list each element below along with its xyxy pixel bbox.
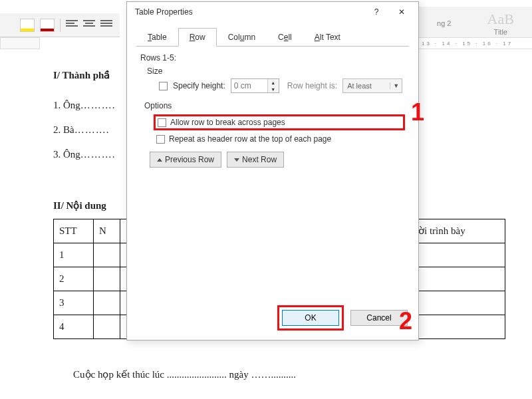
previous-row-button[interactable]: Previous Row: [150, 152, 221, 168]
align-options-icon[interactable]: [100, 20, 112, 31]
rows-range-label: Rows 1-5:: [140, 53, 405, 63]
tab-column[interactable]: Column: [217, 28, 267, 47]
ok-button[interactable]: OK: [282, 310, 339, 326]
repeat-header-checkbox[interactable]: [156, 135, 165, 144]
spinner-down-icon[interactable]: ▼: [268, 86, 279, 92]
chevron-down-icon: ▼: [390, 82, 402, 89]
align-left-icon[interactable]: [66, 20, 78, 31]
repeat-header-option: Repeat as header row at the top of each …: [156, 134, 405, 144]
allow-break-option: Allow row to break across pages: [154, 114, 405, 130]
font-color-icon[interactable]: [40, 19, 55, 32]
highlight-color-icon[interactable]: [20, 19, 35, 32]
specify-height-checkbox[interactable]: [159, 82, 168, 90]
style-title[interactable]: AaB Title: [487, 11, 514, 36]
close-button[interactable]: ✕: [389, 3, 414, 21]
options-group-label: Options: [144, 101, 405, 110]
dialog-tabs: Table Row Column Cell Alt Text: [136, 27, 409, 47]
next-row-button[interactable]: Next Row: [227, 152, 284, 168]
tab-table[interactable]: Table: [136, 28, 178, 47]
ruler-left: [0, 37, 40, 49]
tab-alttext[interactable]: Alt Text: [303, 28, 352, 47]
height-rule-select[interactable]: At least ▼: [342, 78, 402, 93]
spinner-up-icon[interactable]: ▲: [268, 79, 279, 86]
table-properties-dialog: Table Properties ? ✕ Table Row Column Ce…: [126, 1, 419, 340]
triangle-up-icon: [157, 158, 162, 162]
dialog-title: Table Properties: [135, 7, 193, 17]
ribbon-styles-fragment: ng 2 AaB Title: [419, 7, 532, 40]
annotation-marker-1: 1: [411, 98, 424, 126]
footer-text: Cuộc họp kết thúc lúc ..................…: [73, 366, 505, 384]
help-button[interactable]: ?: [364, 3, 389, 21]
ribbon-toolbar-fragment: [0, 13, 120, 37]
style-heading2[interactable]: ng 2: [437, 19, 451, 27]
height-spinner[interactable]: ▲ ▼: [231, 78, 279, 93]
dialog-titlebar: Table Properties ? ✕: [127, 2, 418, 22]
tab-row[interactable]: Row: [178, 28, 217, 47]
repeat-header-label: Repeat as header row at the top of each …: [169, 134, 331, 144]
height-input[interactable]: [231, 79, 267, 92]
triangle-down-icon: [234, 158, 239, 162]
ok-highlight-box: OK: [277, 305, 344, 331]
tab-cell[interactable]: Cell: [267, 28, 303, 47]
allow-break-checkbox[interactable]: [158, 118, 166, 127]
tab-row-panel: Rows 1-5: Size Specify height: ▲ ▼ Row h…: [127, 47, 418, 168]
size-group-label: Size: [147, 66, 405, 76]
allow-break-label: Allow row to break across pages: [170, 118, 285, 127]
annotation-marker-2: 2: [399, 307, 412, 335]
row-height-is-label: Row height is:: [287, 81, 337, 90]
align-center-icon[interactable]: [83, 20, 95, 31]
ruler-right: 13 · 14 · 15 · 16 · 17: [419, 37, 532, 49]
specify-height-label: Specify height:: [173, 81, 225, 90]
